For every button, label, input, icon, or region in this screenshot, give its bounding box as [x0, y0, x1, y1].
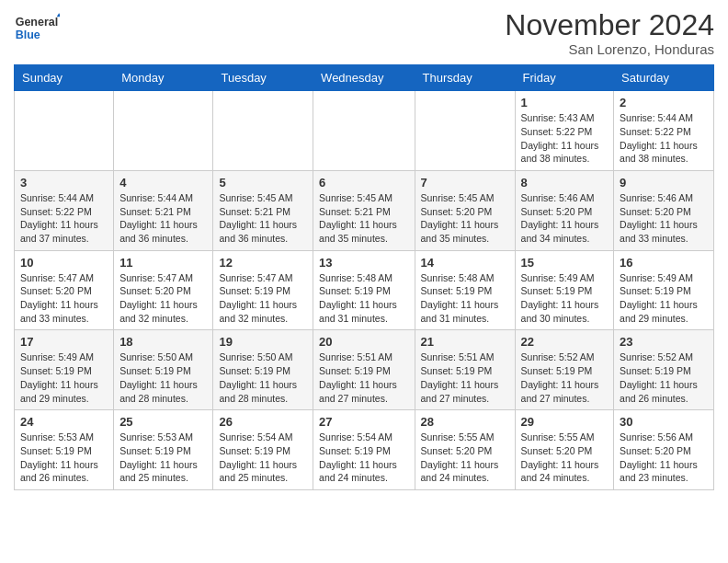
week-row-1: 1Sunrise: 5:43 AMSunset: 5:22 PMDaylight…: [15, 91, 714, 171]
col-header-wednesday: Wednesday: [313, 65, 415, 91]
day-number: 15: [521, 256, 608, 270]
day-info: Sunrise: 5:47 AMSunset: 5:20 PMDaylight:…: [20, 271, 108, 326]
day-number: 4: [119, 176, 207, 190]
day-info: Sunrise: 5:47 AMSunset: 5:20 PMDaylight:…: [119, 271, 207, 326]
day-info: Sunrise: 5:45 AMSunset: 5:21 PMDaylight:…: [219, 191, 307, 246]
day-cell: 17Sunrise: 5:49 AMSunset: 5:19 PMDayligh…: [15, 330, 114, 410]
day-info: Sunrise: 5:51 AMSunset: 5:19 PMDaylight:…: [319, 350, 408, 405]
day-number: 10: [20, 256, 108, 270]
day-cell: 12Sunrise: 5:47 AMSunset: 5:19 PMDayligh…: [213, 250, 313, 330]
day-cell: [15, 91, 114, 171]
week-row-2: 3Sunrise: 5:44 AMSunset: 5:22 PMDaylight…: [15, 170, 714, 250]
day-number: 11: [119, 256, 207, 270]
day-number: 25: [119, 415, 207, 429]
day-cell: 15Sunrise: 5:49 AMSunset: 5:19 PMDayligh…: [515, 250, 613, 330]
col-header-monday: Monday: [114, 65, 213, 91]
col-header-sunday: Sunday: [15, 65, 114, 91]
day-cell: 13Sunrise: 5:48 AMSunset: 5:19 PMDayligh…: [313, 250, 415, 330]
day-cell: [114, 91, 213, 171]
day-info: Sunrise: 5:46 AMSunset: 5:20 PMDaylight:…: [620, 191, 708, 246]
day-info: Sunrise: 5:48 AMSunset: 5:19 PMDaylight:…: [421, 271, 509, 326]
day-cell: 20Sunrise: 5:51 AMSunset: 5:19 PMDayligh…: [313, 330, 415, 410]
day-cell: 18Sunrise: 5:50 AMSunset: 5:19 PMDayligh…: [114, 330, 213, 410]
day-number: 5: [219, 176, 307, 190]
day-cell: 1Sunrise: 5:43 AMSunset: 5:22 PMDaylight…: [515, 91, 613, 171]
day-cell: 23Sunrise: 5:52 AMSunset: 5:19 PMDayligh…: [614, 330, 714, 410]
day-number: 6: [319, 176, 408, 190]
day-cell: 14Sunrise: 5:48 AMSunset: 5:19 PMDayligh…: [415, 250, 515, 330]
day-cell: 28Sunrise: 5:55 AMSunset: 5:20 PMDayligh…: [415, 410, 515, 490]
day-info: Sunrise: 5:44 AMSunset: 5:22 PMDaylight:…: [620, 111, 708, 166]
day-info: Sunrise: 5:50 AMSunset: 5:19 PMDaylight:…: [119, 350, 207, 405]
day-cell: 24Sunrise: 5:53 AMSunset: 5:19 PMDayligh…: [15, 410, 114, 490]
day-number: 8: [521, 176, 608, 190]
logo: General Blue: [14, 9, 60, 46]
day-number: 3: [20, 176, 108, 190]
day-info: Sunrise: 5:55 AMSunset: 5:20 PMDaylight:…: [421, 431, 509, 485]
day-info: Sunrise: 5:45 AMSunset: 5:21 PMDaylight:…: [319, 191, 408, 246]
day-cell: [213, 91, 313, 171]
day-info: Sunrise: 5:44 AMSunset: 5:22 PMDaylight:…: [20, 191, 108, 246]
day-number: 27: [319, 415, 408, 429]
day-info: Sunrise: 5:49 AMSunset: 5:19 PMDaylight:…: [20, 350, 108, 405]
day-number: 9: [620, 176, 708, 190]
day-number: 17: [20, 335, 108, 349]
col-header-friday: Friday: [515, 65, 613, 91]
calendar: SundayMondayTuesdayWednesdayThursdayFrid…: [14, 64, 714, 490]
day-number: 22: [521, 335, 608, 349]
day-number: 21: [421, 335, 509, 349]
day-info: Sunrise: 5:52 AMSunset: 5:19 PMDaylight:…: [521, 350, 608, 405]
day-info: Sunrise: 5:46 AMSunset: 5:20 PMDaylight:…: [521, 191, 608, 246]
day-info: Sunrise: 5:54 AMSunset: 5:19 PMDaylight:…: [319, 431, 408, 485]
day-cell: 8Sunrise: 5:46 AMSunset: 5:20 PMDaylight…: [515, 170, 613, 250]
day-number: 23: [620, 335, 708, 349]
day-cell: 2Sunrise: 5:44 AMSunset: 5:22 PMDaylight…: [614, 91, 714, 171]
logo-svg: General Blue: [14, 9, 60, 46]
day-cell: 3Sunrise: 5:44 AMSunset: 5:22 PMDaylight…: [15, 170, 114, 250]
day-number: 7: [421, 176, 509, 190]
day-info: Sunrise: 5:49 AMSunset: 5:19 PMDaylight:…: [620, 271, 708, 326]
day-info: Sunrise: 5:54 AMSunset: 5:19 PMDaylight:…: [219, 431, 307, 485]
day-number: 16: [620, 256, 708, 270]
day-info: Sunrise: 5:49 AMSunset: 5:19 PMDaylight:…: [521, 271, 608, 326]
day-cell: 9Sunrise: 5:46 AMSunset: 5:20 PMDaylight…: [614, 170, 714, 250]
day-info: Sunrise: 5:53 AMSunset: 5:19 PMDaylight:…: [20, 431, 108, 485]
day-cell: 21Sunrise: 5:51 AMSunset: 5:19 PMDayligh…: [415, 330, 515, 410]
day-number: 19: [219, 335, 307, 349]
day-info: Sunrise: 5:45 AMSunset: 5:20 PMDaylight:…: [421, 191, 509, 246]
day-info: Sunrise: 5:53 AMSunset: 5:19 PMDaylight:…: [119, 431, 207, 485]
week-row-3: 10Sunrise: 5:47 AMSunset: 5:20 PMDayligh…: [15, 250, 714, 330]
col-header-tuesday: Tuesday: [213, 65, 313, 91]
day-cell: [415, 91, 515, 171]
svg-marker-2: [57, 13, 60, 17]
day-info: Sunrise: 5:55 AMSunset: 5:20 PMDaylight:…: [521, 431, 608, 485]
day-info: Sunrise: 5:48 AMSunset: 5:19 PMDaylight:…: [319, 271, 408, 326]
location: San Lorenzo, Honduras: [505, 41, 714, 57]
day-info: Sunrise: 5:47 AMSunset: 5:19 PMDaylight:…: [219, 271, 307, 326]
day-cell: 5Sunrise: 5:45 AMSunset: 5:21 PMDaylight…: [213, 170, 313, 250]
day-cell: 11Sunrise: 5:47 AMSunset: 5:20 PMDayligh…: [114, 250, 213, 330]
day-number: 18: [119, 335, 207, 349]
day-number: 24: [20, 415, 108, 429]
day-number: 20: [319, 335, 408, 349]
day-cell: 30Sunrise: 5:56 AMSunset: 5:20 PMDayligh…: [614, 410, 714, 490]
day-number: 26: [219, 415, 307, 429]
day-number: 2: [620, 96, 708, 109]
day-cell: 16Sunrise: 5:49 AMSunset: 5:19 PMDayligh…: [614, 250, 714, 330]
day-cell: 7Sunrise: 5:45 AMSunset: 5:20 PMDaylight…: [415, 170, 515, 250]
col-header-saturday: Saturday: [614, 65, 714, 91]
day-info: Sunrise: 5:44 AMSunset: 5:21 PMDaylight:…: [119, 191, 207, 246]
day-cell: 4Sunrise: 5:44 AMSunset: 5:21 PMDaylight…: [114, 170, 213, 250]
day-cell: 22Sunrise: 5:52 AMSunset: 5:19 PMDayligh…: [515, 330, 613, 410]
week-row-5: 24Sunrise: 5:53 AMSunset: 5:19 PMDayligh…: [15, 410, 714, 490]
page: General Blue November 2024 San Lorenzo, …: [0, 0, 728, 504]
svg-text:General: General: [16, 16, 59, 29]
day-cell: 26Sunrise: 5:54 AMSunset: 5:19 PMDayligh…: [213, 410, 313, 490]
svg-text:Blue: Blue: [16, 29, 40, 41]
day-cell: 25Sunrise: 5:53 AMSunset: 5:19 PMDayligh…: [114, 410, 213, 490]
day-number: 13: [319, 256, 408, 270]
day-number: 12: [219, 256, 307, 270]
day-number: 14: [421, 256, 509, 270]
day-number: 28: [421, 415, 509, 429]
header: General Blue November 2024 San Lorenzo, …: [14, 9, 714, 57]
